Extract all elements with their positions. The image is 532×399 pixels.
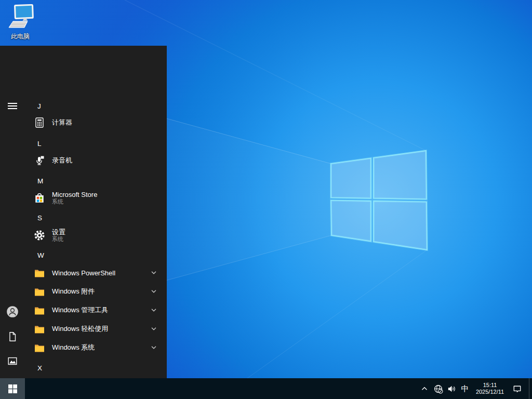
chevron-down-icon [151,346,156,349]
show-hidden-icons-button[interactable] [418,378,431,399]
app-title: 设置 [52,228,65,236]
folder-item-windows-powershell[interactable]: Windows PowerShell [29,264,166,281]
hamburger-icon [7,100,18,112]
start-menu-rail [0,46,25,378]
settings-app-gear-icon [34,230,45,241]
start-menu: J 计算器 L [0,46,167,378]
app-title: Microsoft Store [52,191,97,198]
app-item-settings[interactable]: 设置 系统 [29,226,166,245]
letter-label: M [37,177,43,185]
calculator-icon [34,117,45,128]
letter-label: S [37,214,42,222]
folder-icon [34,306,45,315]
letter-label: L [37,140,42,148]
chevron-down-icon [151,327,156,330]
system-tray: 中 15:11 2025/12/11 [418,378,532,399]
microsoft-store-icon [34,192,45,204]
this-pc-label: 此电脑 [5,32,35,41]
microphone-icon [34,155,45,166]
desktop-icon-this-pc[interactable]: 此电脑 [5,4,35,41]
pictures-button[interactable] [2,351,23,371]
folder-icon [34,287,45,296]
volume-icon [447,384,457,394]
chevron-up-icon [420,384,429,393]
folder-item-windows-ease-of-access[interactable]: Windows 轻松使用 [29,321,166,337]
show-desktop-button[interactable] [529,378,532,399]
taskbar-clock[interactable]: 15:11 2025/12/11 [472,378,508,399]
this-pc-icon [7,4,34,29]
action-center-icon [512,384,522,394]
windows-start-icon [8,384,17,393]
clock-date: 2025/12/11 [476,389,504,395]
section-letter-w[interactable]: W [37,248,167,262]
start-button[interactable] [0,378,25,399]
documents-button[interactable] [2,326,23,347]
folder-item-windows-accessories[interactable]: Windows 附件 [29,283,166,300]
app-item-voice-recorder[interactable]: 录音机 [29,152,166,169]
documents-icon [7,331,18,342]
folder-item-windows-system[interactable]: Windows 系统 [29,339,166,356]
network-status-button[interactable] [431,378,445,399]
chevron-down-icon [151,290,156,293]
folder-title: Windows 系统 [52,343,95,352]
folder-title: Windows 管理工具 [52,305,108,315]
app-title: 录音机 [52,156,72,165]
folder-icon [34,269,45,277]
folder-item-windows-admin-tools[interactable]: Windows 管理工具 [29,302,166,318]
section-letter-m[interactable]: M [37,174,167,188]
folder-icon [34,343,45,352]
app-subtitle: 系统 [52,198,97,205]
letter-label: W [37,251,44,259]
section-letter-j[interactable]: J [37,99,167,113]
network-globe-offline-icon [433,384,443,394]
letter-label: X [37,364,42,372]
taskbar: 中 15:11 2025/12/11 [0,378,532,399]
folder-title: Windows 轻松使用 [52,324,108,334]
ime-indicator[interactable]: 中 [458,378,472,399]
expand-menu-button[interactable] [2,96,23,116]
volume-button[interactable] [445,378,458,399]
pictures-icon [7,355,18,367]
folder-title: Windows PowerShell [52,269,115,277]
app-item-microsoft-store[interactable]: Microsoft Store 系统 [29,189,166,207]
action-center-button[interactable] [508,378,526,399]
app-subtitle: 系统 [52,236,65,243]
user-avatar-icon [6,305,19,318]
section-letter-s[interactable]: S [37,210,167,225]
chevron-down-icon [151,309,156,312]
section-letter-l[interactable]: L [37,136,167,151]
chevron-down-icon [151,271,156,274]
section-letter-x[interactable]: X [37,361,167,375]
folder-icon [34,325,45,334]
start-menu-app-list: J 计算器 L [25,46,167,378]
user-account-button[interactable] [2,301,23,322]
clock-time: 15:11 [476,382,504,389]
app-item-calculator[interactable]: 计算器 [29,114,166,131]
folder-title: Windows 附件 [52,287,95,296]
app-title: 计算器 [52,118,72,127]
letter-label: J [37,102,41,110]
